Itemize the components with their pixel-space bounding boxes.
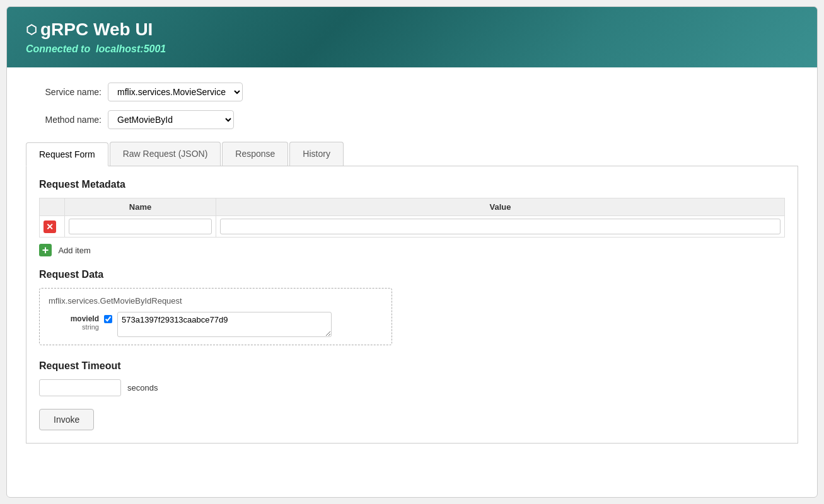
field-name-movieid: movieId string (49, 312, 99, 331)
request-type-label: mflix.services.GetMovieByIdRequest (49, 296, 383, 306)
app-title: ⬡ gRPC Web UI (26, 20, 798, 40)
tab-raw-request[interactable]: Raw Request (JSON) (110, 142, 221, 166)
add-item-button[interactable]: + (39, 244, 52, 256)
add-item-label: Add item (58, 246, 90, 255)
delete-metadata-button[interactable]: ✕ (44, 220, 56, 233)
service-name-row: Service name: mflix.services.MovieServic… (26, 83, 798, 101)
request-metadata-title: Request Metadata (39, 179, 785, 190)
field-row-movieid: movieId string 573a1397f29313caabce77d9 (49, 312, 383, 337)
timeout-input[interactable] (39, 379, 121, 396)
request-data-box: mflix.services.GetMovieByIdRequest movie… (39, 288, 392, 345)
grpc-logo-icon: ⬡ (26, 22, 37, 37)
tab-history[interactable]: History (289, 142, 344, 166)
service-name-label: Service name: (26, 87, 102, 97)
metadata-name-input[interactable] (69, 219, 212, 234)
request-timeout-title: Request Timeout (39, 360, 785, 372)
field-checkbox-movieid[interactable] (104, 315, 112, 323)
request-timeout-section: Request Timeout seconds (39, 360, 785, 396)
request-data-title: Request Data (39, 269, 785, 280)
service-name-select[interactable]: mflix.services.MovieService (108, 83, 243, 101)
invoke-button[interactable]: Invoke (39, 409, 94, 430)
metadata-th-name: Name (65, 198, 216, 216)
metadata-value-input[interactable] (220, 219, 780, 234)
metadata-row: ✕ (40, 216, 785, 238)
field-value-movieid[interactable]: 573a1397f29313caabce77d9 (117, 312, 332, 337)
tab-content: Request Metadata Name Value ✕ (26, 166, 798, 444)
tab-response[interactable]: Response (222, 142, 288, 166)
timeout-row: seconds (39, 379, 785, 396)
metadata-th-action (40, 198, 65, 216)
request-data-section: Request Data mflix.services.GetMovieById… (39, 269, 785, 345)
timeout-unit-label: seconds (127, 383, 158, 392)
metadata-table: Name Value ✕ (39, 198, 785, 238)
connection-status: Connected to localhost:5001 (26, 43, 798, 55)
method-name-select[interactable]: GetMovieById ListMovies SearchMovies (108, 110, 234, 129)
tabs-container: Request Form Raw Request (JSON) Response… (26, 142, 798, 166)
method-name-row: Method name: GetMovieById ListMovies Sea… (26, 110, 798, 129)
tab-request-form[interactable]: Request Form (26, 142, 108, 166)
request-metadata-section: Request Metadata Name Value ✕ (39, 179, 785, 256)
main-content: Service name: mflix.services.MovieServic… (7, 67, 817, 459)
metadata-th-value: Value (216, 198, 785, 216)
add-item-row: + Add item (39, 244, 785, 256)
app-header: ⬡ gRPC Web UI Connected to localhost:500… (7, 7, 817, 67)
method-name-label: Method name: (26, 115, 102, 125)
